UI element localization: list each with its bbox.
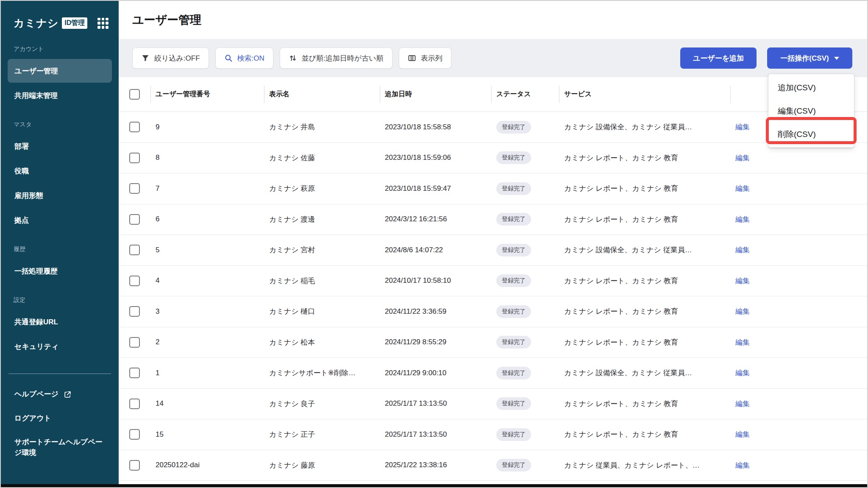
cell-display-name: カミナシ 正子 [269,429,315,439]
app-window: カミナシ ID管理 アカウント ユーザー管理 共用端末管理 マスタ 部署 役職 … [0,0,868,488]
external-link-icon [64,390,72,399]
cell-display-name: カミナシ 渡邊 [269,215,315,224]
cell-user-id: 6 [156,215,159,223]
toolbar-right-group: ユーザーを追加 一括操作(CSV) [680,47,852,69]
sidebar-item-3-0[interactable]: 共通登録URL [8,310,112,334]
filter-button-label: 絞り込み:OFF [154,53,200,63]
row-checkbox[interactable] [129,399,140,409]
table-row: 8 カミナシ 佐藤 2023/10/18 15:59:06 登録完了 カミナシ … [119,143,867,174]
sidebar-footer-item[interactable]: サポートチームヘルプページ環境 [8,431,112,464]
sidebar-item-1-2[interactable]: 雇用形態 [8,184,112,207]
sidebar-footer-item-label: ログアウト [14,413,51,424]
columns-button[interactable]: 表示列 [399,47,451,69]
user-table: ユーザー管理番号 表示名 追加日時 ステータス サービス 9 カミナシ 井島 2… [119,77,867,481]
edit-link[interactable]: 編集 [735,184,750,193]
cell-display-name: カミナシ 稲毛 [269,276,315,286]
edit-link[interactable]: 編集 [735,276,750,286]
row-checkbox[interactable] [129,122,140,132]
edit-link[interactable]: 編集 [735,307,750,316]
sidebar-item-3-1[interactable]: セキュリティ [8,335,112,358]
filter-icon [141,54,150,62]
edit-link[interactable]: 編集 [735,245,750,255]
cell-added-datetime: 2025/1/22 13:38:16 [385,461,447,469]
sidebar-item-2-0[interactable]: 一括処理履歴 [8,259,112,283]
row-checkbox[interactable] [129,337,140,348]
cell-user-id: 7 [156,184,159,193]
col-header-status: ステータス [496,90,531,99]
row-checkbox[interactable] [129,306,140,317]
sidebar-item-1-3[interactable]: 拠点 [8,208,112,232]
sidebar-section-items: ユーザー管理 共用端末管理 [1,59,119,107]
row-checkbox[interactable] [129,460,140,471]
bulk-menu-item-1[interactable]: 編集(CSV) [768,99,854,123]
sidebar-item-label: セキュリティ [14,342,58,351]
edit-link[interactable]: 編集 [735,153,750,163]
row-checkbox[interactable] [129,368,140,378]
bulk-action-button[interactable]: 一括操作(CSV) [767,47,852,69]
sidebar-item-label: ユーザー管理 [14,66,58,76]
row-checkbox[interactable] [129,183,140,194]
row-checkbox[interactable] [129,153,140,163]
edit-link[interactable]: 編集 [735,337,750,347]
cell-services: カミナシ レポート、カミナシ 教育 [564,153,678,163]
cell-user-id: 2 [156,338,159,346]
edit-link[interactable]: 編集 [735,215,750,224]
edit-link[interactable]: 編集 [735,399,750,409]
col-header-id: ユーザー管理番号 [156,90,210,99]
caret-down-icon [834,57,839,60]
sidebar-item-1-1[interactable]: 役職 [8,159,112,183]
toolbar: 絞り込み:OFF 検索:ON 並び順:追加日時が古い順 表示列 [119,39,867,77]
logo-row: カミナシ ID管理 [1,1,119,33]
brand-logo: カミナシ [14,16,58,30]
bulk-menu-item-0[interactable]: 追加(CSV) [768,76,854,99]
cell-added-datetime: 2024/8/6 14:07:22 [385,246,443,254]
brand-badge: ID管理 [62,17,87,29]
row-checkbox[interactable] [129,276,140,286]
col-header-added: 追加日時 [385,90,412,99]
table-row: 14 カミナシ 良子 2025/1/17 13:13:50 登録完了 カミナシ … [119,389,867,420]
cell-added-datetime: 2025/1/17 13:13:50 [385,430,447,439]
filter-button[interactable]: 絞り込み:OFF [132,47,209,69]
row-checkbox[interactable] [129,429,140,440]
sidebar-footer-item[interactable]: ヘルプページ [8,383,112,406]
cell-services: カミナシ 設備保全、カミナシ 従業員… [564,245,692,255]
cell-services: カミナシ 従業員、カミナシ レポート、… [564,460,700,470]
edit-link[interactable]: 編集 [735,429,750,439]
cell-added-datetime: 2024/11/22 3:36:59 [385,307,446,316]
status-badge: 登録完了 [496,274,531,287]
sidebar-item-label: 共用端末管理 [14,91,58,100]
sidebar-item-label: 拠点 [14,215,29,225]
cell-display-name: カミナシ 佐藤 [269,153,315,163]
cell-user-id: 9 [156,123,159,131]
status-badge: 登録完了 [496,182,531,195]
sidebar-item-0-0[interactable]: ユーザー管理 [8,59,112,83]
table-row: 1 カミナシサポート※削除… 2024/11/29 9:00:10 登録完了 カ… [119,358,867,389]
sort-button[interactable]: 並び順:追加日時が古い順 [280,47,392,69]
row-checkbox[interactable] [129,245,140,255]
status-badge: 登録完了 [496,459,531,471]
table-row: 9 カミナシ 井島 2023/10/18 15:58:58 登録完了 カミナシ … [119,112,867,143]
apps-grid-icon[interactable] [97,18,108,29]
sidebar-section-items: 共通登録URL セキュリティ [1,310,119,358]
sidebar-footer-item[interactable]: ログアウト [8,407,112,430]
col-header-name: 表示名 [269,90,289,99]
edit-link[interactable]: 編集 [735,122,750,132]
columns-button-label: 表示列 [421,53,442,63]
sidebar-item-1-0[interactable]: 部署 [8,134,112,158]
search-button[interactable]: 検索:ON [215,47,273,69]
sidebar-item-0-1[interactable]: 共用端末管理 [8,84,112,107]
sidebar-section: アカウント ユーザー管理 共用端末管理 [1,33,119,107]
edit-link[interactable]: 編集 [735,368,750,378]
cell-services: カミナシ レポート、カミナシ 教育 [564,184,678,193]
table-row: 15 カミナシ 正子 2025/1/17 13:13:50 登録完了 カミナシ … [119,419,867,450]
cell-added-datetime: 2023/10/18 15:59:06 [385,153,451,162]
edit-link[interactable]: 編集 [735,460,750,470]
bulk-menu-item-2[interactable]: 削除(CSV) [768,123,854,146]
select-all-checkbox[interactable] [129,89,140,100]
cell-user-id: 15 [156,430,164,439]
cell-display-name: カミナシ 松本 [269,337,315,347]
add-user-button[interactable]: ユーザーを追加 [680,47,757,69]
row-checkbox[interactable] [129,214,140,225]
sidebar-section-label: アカウント [1,33,119,58]
table-row: 3 カミナシ 樋口 2024/11/22 3:36:59 登録完了 カミナシ レ… [119,296,867,327]
